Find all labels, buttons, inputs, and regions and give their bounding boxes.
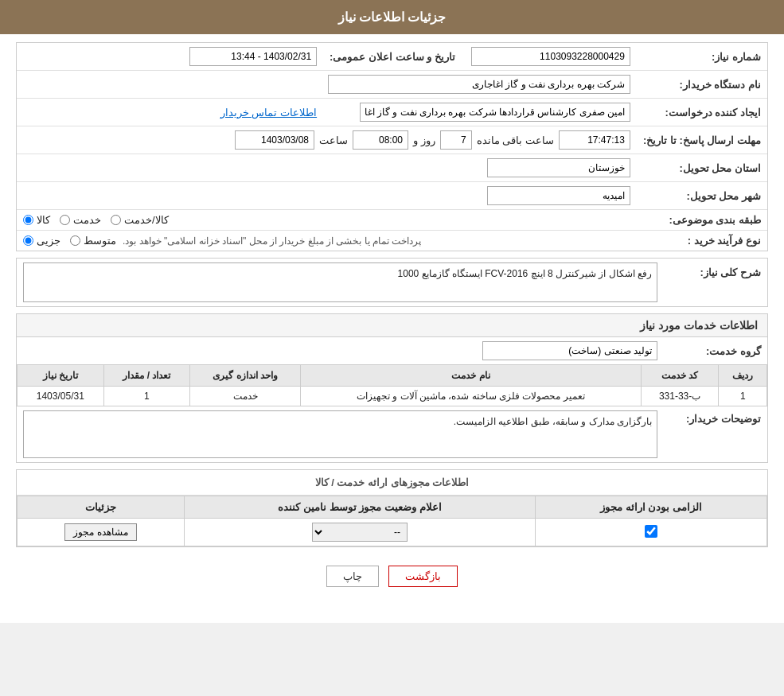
permits-table: الزامی بودن ارائه مجوز اعلام وضعیت مجوز … [17,496,767,546]
print-button[interactable]: چاپ [326,566,379,587]
col-permit-required: الزامی بودن ارائه مجوز [536,496,767,519]
reply-day-label: روز و [413,134,435,146]
process-minor-radio[interactable] [23,235,33,246]
cell-permit-details: مشاهده مجوز [18,519,185,546]
description-label: شرح کلی نیاز: [664,259,767,306]
process-radio-medium: متوسط [70,235,116,247]
reply-remaining-label: ساعت باقی مانده [477,134,554,146]
table-row: 1 ب-33-331 تعمیر محصولات فلزی ساخته شده،… [18,387,767,406]
need-number-input[interactable] [471,47,630,66]
services-section-title: اطلاعات خدمات مورد نیاز [17,314,767,337]
row-buyer-name: نام دستگاه خریدار: [17,71,767,99]
main-content: شماره نیاز: تاریخ و ساعت اعلان عمومی: نا… [0,42,784,599]
reply-time-label: ساعت [319,134,348,146]
col-row: ردیف [719,365,767,387]
cell-code: ب-33-331 [641,387,719,406]
reply-deadline-value-cell: ساعت باقی مانده روز و ساعت [17,126,637,154]
services-table: ردیف کد خدمت نام خدمت واحد اندازه گیری ت… [17,364,767,406]
permit-status-select[interactable]: -- [312,523,408,542]
city-input[interactable] [487,186,630,205]
description-value-cell: رفع اشکال از شیرکنترل 8 اینچ FCV-2016 ای… [17,259,664,306]
buyer-name-label: نام دستگاه خریدار: [637,71,767,99]
process-row: پرداخت تمام یا بخشی از مبلغ خریدار از مح… [23,235,630,247]
category-radio-kala: کالا [23,214,50,226]
category-radio-group: کالا/خدمت خدمت کالا [23,214,630,226]
buyer-notes-value-cell: بارگزاری مدارک و سابقه، طبق اطلاعیه الزا… [17,406,664,462]
row-province: استان محل تحویل: [17,154,767,182]
description-section: شرح کلی نیاز: رفع اشکال از شیرکنترل 8 ای… [16,258,768,307]
list-item: -- مشاهده مجوز [18,519,767,546]
province-input[interactable] [487,158,630,177]
permit-required-checkbox[interactable] [645,525,657,538]
category-label: طبقه بندی موضوعی: [637,210,767,231]
reply-time-input[interactable] [353,130,408,150]
cell-permit-required [536,519,767,546]
general-info-section: شماره نیاز: تاریخ و ساعت اعلان عمومی: نا… [16,42,768,251]
col-date: تاریخ نیاز [18,365,104,387]
buyer-notes-text: بارگزاری مدارک و سابقه، طبق اطلاعیه الزا… [454,416,652,427]
category-kala-khedmat-label: کالا/خدمت [124,214,169,226]
services-table-head: ردیف کد خدمت نام خدمت واحد اندازه گیری ت… [18,365,767,387]
city-label: شهر محل تحویل: [637,182,767,210]
process-note: پرداخت تمام یا بخشی از مبلغ خریدار از مح… [123,235,421,247]
need-number-label: شماره نیاز: [637,43,767,71]
permits-section: اطلاعات مجوزهای ارائه خدمت / کالا الزامی… [16,469,768,547]
back-button[interactable]: بازگشت [388,566,458,587]
cell-qty: 1 [103,387,189,406]
permits-table-body: -- مشاهده مجوز [18,519,767,546]
description-box: رفع اشکال از شیرکنترل 8 اینچ FCV-2016 ای… [23,262,657,302]
process-minor-label: جزیی [37,235,60,247]
col-name: نام خدمت [301,365,642,387]
view-permit-button[interactable]: مشاهده مجوز [64,523,136,541]
service-group-label: گروه خدمت: [664,337,767,364]
announcement-date-input[interactable] [189,47,317,66]
buyer-notes-label: توضیحات خریدار: [664,406,767,462]
category-kala-radio[interactable] [23,215,33,225]
permits-header-row: الزامی بودن ارائه مجوز اعلام وضعیت مجوز … [18,496,767,519]
process-radio-minor: جزیی [23,235,60,247]
timer-row: ساعت باقی مانده روز و ساعت [23,130,630,150]
row-city: شهر محل تحویل: [17,182,767,210]
category-kala-khedmat-radio[interactable] [111,215,121,225]
contact-link[interactable]: اطلاعات تماس خریدار [220,107,317,119]
col-permit-details: جزئیات [18,496,185,519]
row-category: طبقه بندی موضوعی: کالا/خدمت خدمت [17,210,767,231]
row-need-number: شماره نیاز: تاریخ و ساعت اعلان عمومی: [17,43,767,71]
cell-date: 1403/05/31 [18,387,104,406]
city-value-cell [17,182,637,210]
process-value-cell: پرداخت تمام یا بخشی از مبلغ خریدار از مح… [17,231,637,251]
row-description: شرح کلی نیاز: رفع اشکال از شیرکنترل 8 ای… [17,259,767,306]
buyer-name-input[interactable] [328,75,630,94]
creator-input[interactable] [360,103,630,122]
reply-day-input[interactable] [440,130,472,150]
creator-value-cell [323,99,637,126]
row-notes: توضیحات خریدار: بارگزاری مدارک و سابقه، … [17,406,767,462]
buyer-name-value-cell [17,71,637,99]
process-medium-label: متوسط [84,235,116,247]
category-khedmat-radio[interactable] [60,215,70,225]
service-group-input[interactable] [482,341,657,360]
reply-remaining-input[interactable] [559,130,630,150]
permits-table-head: الزامی بودن ارائه مجوز اعلام وضعیت مجوز … [18,496,767,519]
bottom-buttons: بازگشت چاپ [16,554,768,599]
category-value-cell: کالا/خدمت خدمت کالا [17,210,637,231]
province-label: استان محل تحویل: [637,154,767,182]
need-number-value-cell [462,43,637,71]
service-group-value-cell [17,337,664,364]
col-unit: واحد اندازه گیری [190,365,301,387]
process-label: نوع فرآیند خرید : [637,231,767,251]
announcement-date-label: تاریخ و ساعت اعلان عمومی: [323,43,462,71]
row-service-group: گروه خدمت: [17,337,767,364]
description-table: شرح کلی نیاز: رفع اشکال از شیرکنترل 8 ای… [17,259,767,306]
cell-row: 1 [719,387,767,406]
category-radio-kala-khedmat: کالا/خدمت [111,214,169,226]
permits-subtitle: اطلاعات مجوزهای ارائه خدمت / کالا [17,470,767,496]
cell-name: تعمیر محصولات فلزی ساخته شده، ماشین آلات… [301,387,642,406]
row-reply-deadline: مهلت ارسال پاسخ: تا تاریخ: ساعت باقی مان… [17,126,767,154]
process-medium-radio[interactable] [70,235,80,246]
reply-date-input[interactable] [235,130,314,150]
process-radio-group: متوسط جزیی [23,235,116,247]
creator-label: ایجاد کننده درخواست: [637,99,767,126]
services-section: اطلاعات خدمات مورد نیاز گروه خدمت: ردیف … [16,313,768,463]
page-header: جزئیات اطلاعات نیاز [0,0,784,34]
